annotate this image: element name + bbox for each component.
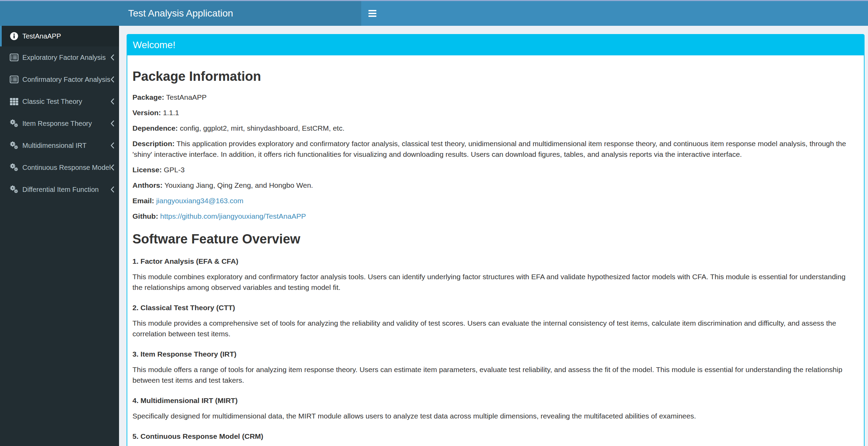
sidebar-toggle-button[interactable] (365, 7, 379, 20)
sidebar: TestAnaAPPExploratory Factor AnalysisCon… (0, 26, 119, 446)
info-field: License: GPL-3 (132, 164, 857, 175)
sidebar-item-testanaapp[interactable]: TestAnaAPP (0, 26, 119, 46)
info-field: Description: This application provides e… (132, 138, 857, 160)
content-area: Welcome! Package Information Package: Te… (119, 26, 868, 446)
sidebar-item-label: Classic Test Theory (22, 97, 82, 106)
chevron-left-icon (110, 186, 115, 193)
feature-title: 3. Item Response Theory (IRT) (132, 349, 857, 359)
table-icon (10, 97, 19, 106)
info-field: Version: 1.1.1 (132, 107, 857, 118)
chevron-left-icon (110, 120, 115, 127)
sidebar-item-label: Exploratory Factor Analysis (22, 53, 106, 62)
field-label: Dependence: (132, 124, 178, 132)
feature-description: This module combines exploratory and con… (132, 271, 857, 293)
field-label: Github: (132, 212, 158, 220)
welcome-box-title: Welcome! (133, 40, 175, 50)
list-icon (10, 53, 19, 62)
sidebar-item-label: Multidimensional IRT (22, 141, 86, 150)
info-field: Github: https://github.com/jiangyouxiang… (132, 211, 857, 221)
gears-icon (10, 119, 19, 128)
app-header: Test Analysis Application (0, 1, 868, 26)
field-value: config, ggplot2, mirt, shinydashboard, E… (180, 124, 345, 132)
sidebar-item-differential-item-function[interactable]: Differential Item Function (0, 178, 119, 200)
field-label: Version: (132, 109, 161, 117)
feature-title: 4. Multidimensional IRT (MIRT) (132, 395, 857, 406)
chevron-left-icon (110, 76, 115, 83)
gears-icon (10, 141, 19, 150)
field-label: Description: (132, 140, 175, 148)
feature-title: 1. Factor Analysis (EFA & CFA) (132, 256, 857, 266)
sidebar-item-classic-test-theory[interactable]: Classic Test Theory (0, 90, 119, 112)
info-field: Package: TestAnaAPP (132, 92, 857, 102)
navbar (361, 1, 868, 26)
sidebar-item-continuous-response-model[interactable]: Continuous Response Model (0, 156, 119, 178)
field-label: License: (132, 166, 162, 174)
features-list: 1. Factor Analysis (EFA & CFA)This modul… (132, 256, 857, 446)
sidebar-item-label: Item Response Theory (22, 119, 92, 128)
sidebar-item-label: Differential Item Function (22, 185, 99, 194)
sidebar-item-item-response-theory[interactable]: Item Response Theory (0, 112, 119, 134)
feature-description: This module offers a range of tools for … (132, 364, 857, 385)
package-info-fields: Package: TestAnaAPPVersion: 1.1.1Depende… (132, 92, 857, 221)
gears-icon (10, 163, 19, 172)
field-label: Email: (132, 197, 154, 205)
field-label: Anthors: (132, 181, 163, 189)
info-field: Anthors: Youxiang Jiang, Qing Zeng, and … (132, 180, 857, 191)
welcome-box-body: Package Information Package: TestAnaAPPV… (127, 55, 864, 446)
field-value: 1.1.1 (163, 109, 179, 117)
page-title: Test Analysis Application (128, 8, 233, 19)
chevron-left-icon (110, 164, 115, 171)
github-link[interactable]: https://github.com/jiangyouxiang/TestAna… (160, 212, 306, 220)
hamburger-icon (368, 10, 376, 11)
field-value: TestAnaAPP (166, 93, 207, 101)
welcome-box: Welcome! Package Information Package: Te… (127, 34, 865, 446)
list-icon (10, 75, 19, 84)
info-circle-icon (10, 32, 19, 41)
chevron-left-icon (110, 142, 115, 149)
chevron-left-icon (110, 54, 115, 61)
sidebar-item-label: TestAnaAPP (22, 32, 61, 41)
features-heading: Software Feature Overview (132, 232, 857, 246)
field-label: Package: (132, 93, 164, 101)
field-value: This application provides exploratory an… (132, 140, 846, 158)
app-logo: Test Analysis Application (0, 1, 361, 26)
email-link[interactable]: jiangyouxiang34@163.com (156, 197, 244, 205)
info-field: Email: jiangyouxiang34@163.com (132, 195, 857, 206)
feature-title: 5. Continuous Response Model (CRM) (132, 431, 857, 442)
feature-title: 2. Classical Test Theory (CTT) (132, 302, 857, 313)
sidebar-item-confirmatory-factor-analysis[interactable]: Confirmatory Factor Analysis (0, 68, 119, 90)
field-value: GPL-3 (164, 166, 185, 174)
sidebar-item-multidimensional-irt[interactable]: Multidimensional IRT (0, 134, 119, 156)
feature-description: Specifically designed for multidimension… (132, 411, 857, 421)
feature-description: This module provides a comprehensive set… (132, 318, 857, 339)
package-info-heading: Package Information (132, 69, 857, 84)
chevron-left-icon (110, 98, 115, 105)
sidebar-item-exploratory-factor-analysis[interactable]: Exploratory Factor Analysis (0, 46, 119, 68)
field-value: Youxiang Jiang, Qing Zeng, and Hongbo We… (164, 181, 313, 189)
sidebar-item-label: Confirmatory Factor Analysis (22, 75, 110, 84)
welcome-box-header: Welcome! (127, 35, 864, 55)
sidebar-menu: TestAnaAPPExploratory Factor AnalysisCon… (0, 26, 119, 200)
info-field: Dependence: config, ggplot2, mirt, shiny… (132, 123, 857, 133)
sidebar-item-label: Continuous Response Model (22, 163, 111, 172)
gears-icon (10, 185, 19, 194)
